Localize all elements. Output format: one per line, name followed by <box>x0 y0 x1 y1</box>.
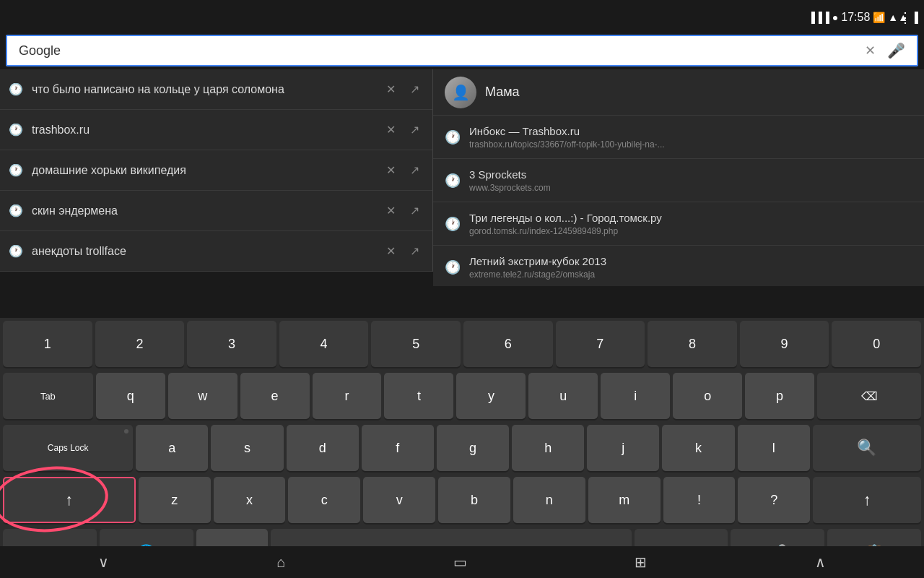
key-search[interactable]: 🔍 <box>813 425 921 471</box>
key-3[interactable]: 3 <box>187 321 276 367</box>
key-t[interactable]: t <box>384 373 453 419</box>
clock-icon: 🕐 <box>9 82 23 96</box>
signal-icon: ▲▲ <box>888 12 908 23</box>
search-clear-button[interactable]: ✕ <box>859 40 881 61</box>
key-k[interactable]: k <box>662 425 734 471</box>
key-s[interactable]: s <box>211 425 283 471</box>
key-y[interactable]: y <box>456 373 526 419</box>
wifi-icon: 📶 <box>873 12 885 23</box>
suggestion-text: что было написано на кольце у царя солом… <box>32 83 382 96</box>
key-c[interactable]: c <box>288 477 360 523</box>
content-area: 🕐 что было написано на кольце у царя сол… <box>0 69 924 286</box>
key-r[interactable]: r <box>313 373 382 419</box>
key-w[interactable]: w <box>168 373 237 419</box>
key-o[interactable]: o <box>673 373 742 419</box>
nav-recent-button[interactable]: ▭ <box>445 548 476 577</box>
key-1[interactable]: 1 <box>3 321 92 367</box>
suggestion-item[interactable]: 🕐 что было написано на кольце у царя сол… <box>0 69 432 110</box>
key-7[interactable]: 7 <box>556 321 645 367</box>
key-shift-left[interactable]: ↑ <box>3 477 136 523</box>
key-0[interactable]: 0 <box>832 321 921 367</box>
history-item[interactable]: 🕐 3 Sprockets www.3sprockets.com <box>433 159 924 202</box>
remove-suggestion-button[interactable]: ✕ <box>382 79 400 99</box>
suggestion-actions: ✕ ↗ <box>382 160 424 180</box>
key-n[interactable]: n <box>513 477 585 523</box>
notification-icon: ● <box>832 12 838 23</box>
key-4[interactable]: 4 <box>279 321 369 367</box>
key-tab[interactable]: Tab <box>3 373 93 419</box>
keyboard-row-numbers: 1 2 3 4 5 6 7 8 9 0 <box>0 318 924 370</box>
history-clock-icon: 🕐 <box>445 216 461 232</box>
key-a[interactable]: a <box>136 425 208 471</box>
suggestion-item[interactable]: 🕐 trashbox.ru ✕ ↗ <box>0 110 432 150</box>
use-suggestion-button[interactable]: ↗ <box>406 201 424 220</box>
suggestion-item[interactable]: 🕐 анекдоты trollface ✕ ↗ <box>0 231 432 272</box>
key-j[interactable]: j <box>587 425 659 471</box>
key-6[interactable]: 6 <box>463 321 553 367</box>
search-mic-button[interactable]: 🎤 <box>881 39 911 62</box>
suggestion-text: скин эндермена <box>32 204 382 217</box>
search-input[interactable] <box>13 43 859 59</box>
history-item[interactable]: 🕐 Три легенды о кол...:) - Город.томск.р… <box>433 202 924 246</box>
key-x[interactable]: x <box>214 477 286 523</box>
remove-suggestion-button[interactable]: ✕ <box>382 201 400 220</box>
nav-home-button[interactable]: ⌂ <box>269 548 295 577</box>
suggestion-item[interactable]: 🕐 домашние хорьки википедия ✕ ↗ <box>0 150 432 191</box>
search-bar: ✕ 🎤 <box>6 35 918 66</box>
recent-contact[interactable]: 👤 Мама <box>433 69 924 116</box>
network-icon: ▐▐▐ <box>808 12 829 23</box>
key-z[interactable]: z <box>139 477 211 523</box>
key-e[interactable]: e <box>240 373 310 419</box>
nav-qr-button[interactable]: ⊞ <box>626 548 655 577</box>
suggestion-actions: ✕ ↗ <box>382 120 424 139</box>
key-exclaim[interactable]: ! <box>663 477 736 523</box>
key-9[interactable]: 9 <box>740 321 829 367</box>
key-f[interactable]: f <box>362 425 434 471</box>
key-backspace[interactable]: ⌫ <box>817 373 921 419</box>
key-l[interactable]: l <box>738 425 810 471</box>
contact-name: Мама <box>485 85 520 100</box>
key-capslock[interactable]: Caps Lock <box>3 425 133 471</box>
status-bar: ▐▐▐ ● 17:58 📶 ▲▲ ▐ <box>808 0 924 35</box>
key-u[interactable]: u <box>528 373 598 419</box>
clock-icon: 🕐 <box>9 244 23 258</box>
key-i[interactable]: i <box>601 373 670 419</box>
keyboard-row-qwerty: Tab q w e r t y u i o p ⌫ <box>0 370 924 422</box>
clock-icon: 🕐 <box>9 204 23 217</box>
remove-suggestion-button[interactable]: ✕ <box>382 120 400 139</box>
use-suggestion-button[interactable]: ↗ <box>406 79 424 99</box>
key-8[interactable]: 8 <box>648 321 737 367</box>
remove-suggestion-button[interactable]: ✕ <box>382 241 400 261</box>
key-v[interactable]: v <box>363 477 435 523</box>
key-d[interactable]: d <box>287 425 359 471</box>
key-5[interactable]: 5 <box>371 321 461 367</box>
key-g[interactable]: g <box>437 425 509 471</box>
key-q[interactable]: q <box>96 373 165 419</box>
top-bar: ▐▐▐ ● 17:58 📶 ▲▲ ▐ ⋮ <box>0 0 924 35</box>
key-b[interactable]: b <box>438 477 510 523</box>
avatar: 👤 <box>445 77 476 108</box>
history-content: Инбокс — Trashbox.ru trashbox.ru/topics/… <box>469 124 912 150</box>
nav-up-button[interactable]: ∧ <box>806 548 834 577</box>
key-p[interactable]: p <box>745 373 814 419</box>
history-item[interactable]: 🕐 Инбокс — Trashbox.ru trashbox.ru/topic… <box>433 116 924 159</box>
history-url: extreme.tele2.ru/stage2/omskaja <box>469 269 912 280</box>
key-m[interactable]: m <box>588 477 661 523</box>
keyboard-row-zxcv: ↑ z x c v b n m ! ? ↑ <box>0 474 924 526</box>
use-suggestion-button[interactable]: ↗ <box>406 241 424 261</box>
suggestion-text: домашние хорьки википедия <box>32 164 382 177</box>
suggestion-item[interactable]: 🕐 скин эндермена ✕ ↗ <box>0 191 432 231</box>
nav-back-button[interactable]: ∨ <box>90 548 118 577</box>
history-clock-icon: 🕐 <box>445 173 461 189</box>
status-time: 17:58 <box>841 11 870 24</box>
remove-suggestion-button[interactable]: ✕ <box>382 160 400 180</box>
keyboard-row-asdf: Caps Lock a s d f g h j k l 🔍 <box>0 422 924 474</box>
history-title: Инбокс — Trashbox.ru <box>469 124 912 139</box>
key-h[interactable]: h <box>512 425 584 471</box>
key-question[interactable]: ? <box>738 477 810 523</box>
key-shift-right[interactable]: ↑ <box>813 477 921 523</box>
key-2[interactable]: 2 <box>95 321 185 367</box>
use-suggestion-button[interactable]: ↗ <box>406 120 424 139</box>
history-item[interactable]: 🕐 Летний экстрим-кубок 2013 extreme.tele… <box>433 246 924 286</box>
use-suggestion-button[interactable]: ↗ <box>406 160 424 180</box>
